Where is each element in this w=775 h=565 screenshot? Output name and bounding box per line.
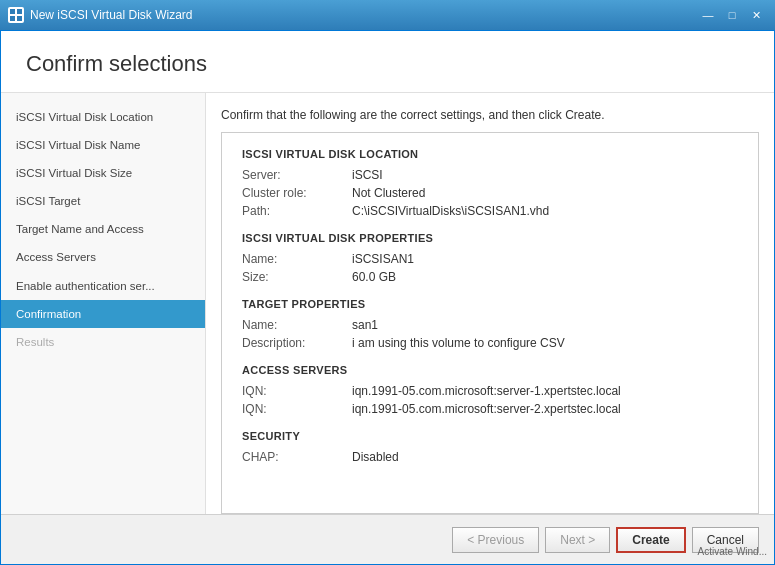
prop-label-iqn-1: IQN: xyxy=(242,384,352,398)
svg-rect-3 xyxy=(17,16,22,21)
activate-windows-watermark: Activate Wind... xyxy=(698,546,767,557)
prop-label-description: Description: xyxy=(242,336,352,350)
section-heading-iscsi-properties: ISCSI VIRTUAL DISK PROPERTIES xyxy=(242,232,738,244)
sidebar-item-confirmation[interactable]: Confirmation xyxy=(1,300,205,328)
create-button[interactable]: Create xyxy=(616,527,685,553)
sidebar-item-iscsi-virtual-disk-size[interactable]: iSCSI Virtual Disk Size xyxy=(1,159,205,187)
prop-value-target-name: san1 xyxy=(352,318,378,332)
prop-label-server: Server: xyxy=(242,168,352,182)
confirmation-content-box[interactable]: ISCSI VIRTUAL DISK LOCATION Server: iSCS… xyxy=(221,132,759,514)
prop-value-chap: Disabled xyxy=(352,450,399,464)
window-controls: — □ ✕ xyxy=(697,6,767,24)
prop-value-cluster-role: Not Clustered xyxy=(352,186,425,200)
prop-value-path: C:\iSCSIVirtualDisks\iSCSISAN1.vhd xyxy=(352,204,549,218)
svg-rect-0 xyxy=(10,9,15,14)
prop-value-description: i am using this volume to configure CSV xyxy=(352,336,565,350)
content-inner: ISCSI VIRTUAL DISK LOCATION Server: iSCS… xyxy=(222,133,758,483)
prop-label-name: Name: xyxy=(242,252,352,266)
sidebar-item-iscsi-target[interactable]: iSCSI Target xyxy=(1,187,205,215)
prop-row-chap: CHAP: Disabled xyxy=(242,450,738,464)
sidebar-item-iscsi-virtual-disk-location[interactable]: iSCSI Virtual Disk Location xyxy=(1,103,205,131)
prop-label-iqn-2: IQN: xyxy=(242,402,352,416)
next-button[interactable]: Next > xyxy=(545,527,610,553)
prop-row-size: Size: 60.0 GB xyxy=(242,270,738,284)
sidebar-item-iscsi-virtual-disk-name[interactable]: iSCSI Virtual Disk Name xyxy=(1,131,205,159)
prop-row-path: Path: C:\iSCSIVirtualDisks\iSCSISAN1.vhd xyxy=(242,204,738,218)
section-heading-iscsi-location: ISCSI VIRTUAL DISK LOCATION xyxy=(242,148,738,160)
maximize-button[interactable]: □ xyxy=(721,6,743,24)
app-icon xyxy=(8,7,24,23)
title-bar-left: New iSCSI Virtual Disk Wizard xyxy=(8,7,192,23)
prop-label-target-name: Name: xyxy=(242,318,352,332)
sidebar-item-access-servers[interactable]: Access Servers xyxy=(1,243,205,271)
prop-value-size: 60.0 GB xyxy=(352,270,396,284)
prop-value-name: iSCSISAN1 xyxy=(352,252,414,266)
prop-label-chap: CHAP: xyxy=(242,450,352,464)
footer: < Previous Next > Create Cancel xyxy=(1,514,774,564)
prop-row-iqn-2: IQN: iqn.1991-05.com.microsoft:server-2.… xyxy=(242,402,738,416)
svg-rect-1 xyxy=(17,9,22,14)
page-title: Confirm selections xyxy=(26,51,749,77)
page-header: Confirm selections xyxy=(1,31,774,93)
main-panel: Confirm that the following are the corre… xyxy=(206,93,774,514)
main-window: Confirm selections iSCSI Virtual Disk Lo… xyxy=(0,30,775,565)
prop-value-iqn-1: iqn.1991-05.com.microsoft:server-1.xpert… xyxy=(352,384,621,398)
section-heading-security: SECURITY xyxy=(242,430,738,442)
close-button[interactable]: ✕ xyxy=(745,6,767,24)
section-heading-target-properties: TARGET PROPERTIES xyxy=(242,298,738,310)
prop-label-cluster-role: Cluster role: xyxy=(242,186,352,200)
prop-row-server: Server: iSCSI xyxy=(242,168,738,182)
prop-row-iqn-1: IQN: iqn.1991-05.com.microsoft:server-1.… xyxy=(242,384,738,398)
prop-row-target-name: Name: san1 xyxy=(242,318,738,332)
sidebar: iSCSI Virtual Disk Location iSCSI Virtua… xyxy=(1,93,206,514)
section-heading-access-servers: ACCESS SERVERS xyxy=(242,364,738,376)
sidebar-item-enable-authentication[interactable]: Enable authentication ser... xyxy=(1,272,205,300)
window-title: New iSCSI Virtual Disk Wizard xyxy=(30,8,192,22)
minimize-button[interactable]: — xyxy=(697,6,719,24)
prop-row-name: Name: iSCSISAN1 xyxy=(242,252,738,266)
content-area: iSCSI Virtual Disk Location iSCSI Virtua… xyxy=(1,93,774,514)
intro-text: Confirm that the following are the corre… xyxy=(221,108,759,122)
title-bar: New iSCSI Virtual Disk Wizard — □ ✕ xyxy=(0,0,775,30)
previous-button[interactable]: < Previous xyxy=(452,527,539,553)
svg-rect-2 xyxy=(10,16,15,21)
prop-value-iqn-2: iqn.1991-05.com.microsoft:server-2.xpert… xyxy=(352,402,621,416)
prop-row-cluster-role: Cluster role: Not Clustered xyxy=(242,186,738,200)
prop-row-description: Description: i am using this volume to c… xyxy=(242,336,738,350)
prop-label-path: Path: xyxy=(242,204,352,218)
sidebar-item-target-name-and-access[interactable]: Target Name and Access xyxy=(1,215,205,243)
prop-label-size: Size: xyxy=(242,270,352,284)
sidebar-item-results: Results xyxy=(1,328,205,356)
prop-value-server: iSCSI xyxy=(352,168,383,182)
